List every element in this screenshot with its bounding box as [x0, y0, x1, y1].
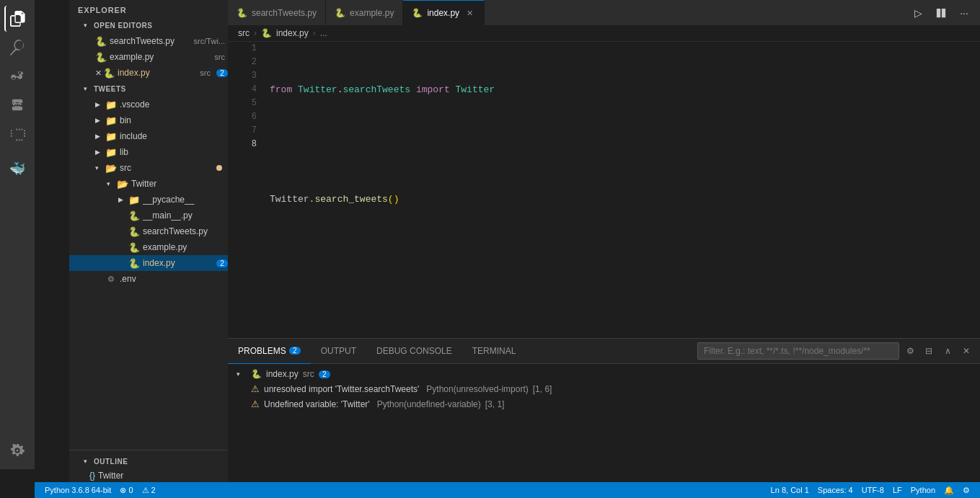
include-folder[interactable]: ▶ 📁 include — [69, 128, 228, 144]
folder-icon: 📁 — [128, 194, 140, 205]
breadcrumb-index[interactable]: index.py — [276, 28, 309, 38]
split-editor-action[interactable] — [931, 3, 951, 23]
panel-tab-debug[interactable]: DEBUG CONSOLE — [366, 339, 462, 364]
source-control-icon[interactable] — [4, 63, 30, 89]
code-line-1: from Twitter.searchTweets import Twitter — [270, 83, 980, 97]
panel-tabs: PROBLEMS 2 OUTPUT DEBUG CONSOLE TERMINAL — [228, 339, 980, 364]
open-editor-index[interactable]: ✕ 🐍 index.py src 2 — [69, 65, 228, 81]
status-encoding[interactable]: UTF-8 — [857, 482, 888, 498]
index-file-badge: 2 — [216, 259, 228, 267]
tab-bar: 🐍 searchTweets.py 🐍 example.py 🐍 index.p… — [228, 0, 980, 25]
filter-input[interactable] — [697, 342, 899, 360]
py-icon: 🐍 — [95, 51, 107, 63]
panel-tab-terminal[interactable]: TERMINAL — [462, 339, 526, 364]
problem-file-entry[interactable]: ▾ 🐍 index.py src 2 — [228, 367, 980, 381]
breadcrumb-src[interactable]: src — [238, 28, 250, 38]
status-bar: Python 3.6.8 64-bit ⊗ 0 ⚠ 2 Ln 8, Col 1 … — [35, 482, 980, 498]
env-icon: ⚙ — [105, 273, 117, 285]
env-file[interactable]: ▶ ⚙ .env — [69, 271, 228, 287]
open-editors-section: ▾ OPEN EDITORS 🐍 searchTweets.py src/Twi… — [69, 17, 228, 81]
open-editors-label: OPEN EDITORS — [94, 22, 152, 30]
status-spaces[interactable]: Spaces: 4 — [813, 482, 857, 498]
settings-bottom — [4, 437, 30, 463]
open-editors-header[interactable]: ▾ OPEN EDITORS — [69, 17, 228, 33]
status-language-text: Python — [911, 486, 935, 494]
panel-tab-output[interactable]: OUTPUT — [311, 339, 366, 364]
filter-collapse-icon[interactable]: ⊟ — [921, 343, 937, 359]
main-py-file[interactable]: ▶ 🐍 __main__.py — [69, 208, 228, 223]
status-errors[interactable]: ⊗ 0 — [115, 482, 137, 498]
vscode-folder[interactable]: ▶ 📁 .vscode — [69, 97, 228, 112]
outline-twitter-icon: {} — [89, 471, 95, 481]
vscode-arrow: ▶ — [95, 101, 105, 108]
twitter-arrow: ▾ — [107, 180, 117, 187]
status-language[interactable]: Python — [906, 482, 940, 498]
run-action[interactable]: ▷ — [908, 3, 928, 23]
breadcrumb-sep-1: › — [254, 28, 257, 38]
more-actions[interactable]: ··· — [954, 3, 974, 23]
problems-label: PROBLEMS — [238, 346, 286, 356]
problem-item-2[interactable]: ⚠ Undefined variable: 'Twitter' Python(u… — [228, 396, 980, 412]
tab-searchtweets[interactable]: 🐍 searchTweets.py — [228, 0, 326, 25]
settings-icon[interactable] — [4, 437, 30, 463]
code-line-4 — [270, 247, 980, 261]
code-content[interactable]: from Twitter.searchTweets import Twitter… — [262, 42, 980, 338]
example-file[interactable]: ▶ 🐍 example.py — [69, 239, 228, 255]
tweets-folder-header[interactable]: ▾ TWEETS — [69, 81, 228, 97]
src-folder[interactable]: ▾ 📂 src — [69, 160, 228, 176]
search-icon[interactable] — [4, 35, 30, 61]
open-editor-path: src — [200, 68, 211, 77]
panel-filter: ⚙ ⊟ ∧ ✕ — [697, 342, 980, 360]
status-bell[interactable]: 🔔 — [940, 482, 958, 498]
status-feedback-text: ⚙ — [963, 486, 970, 495]
extensions-icon[interactable] — [4, 121, 30, 147]
outline-section: ▾ OUTLINE {} Twitter — [69, 450, 228, 482]
line-num-6: 6 — [228, 110, 257, 124]
code-line-3: Twitter.search_tweets() — [270, 192, 980, 206]
outline-twitter[interactable]: {} Twitter — [69, 469, 228, 482]
docker-icon[interactable]: 🐳 — [4, 156, 30, 182]
tab-bar-actions: ▷ ··· — [908, 3, 980, 23]
tab-example[interactable]: 🐍 example.py — [326, 0, 403, 25]
open-editor-example[interactable]: 🐍 example.py src — [69, 49, 228, 65]
searchtweets-file[interactable]: ▶ 🐍 searchTweets.py — [69, 223, 228, 239]
run-debug-icon[interactable] — [4, 92, 30, 118]
status-warnings[interactable]: ⚠ 2 — [138, 482, 160, 498]
bin-folder[interactable]: ▶ 📁 bin — [69, 112, 228, 128]
problem-file-py-icon: 🐍 — [251, 369, 262, 379]
pycache-folder[interactable]: ▶ 📁 __pycache__ — [69, 192, 228, 208]
problem-pos-2: [3, 1] — [485, 399, 505, 409]
outline-label: OUTLINE — [94, 458, 128, 466]
outline-header[interactable]: ▾ OUTLINE — [69, 453, 228, 469]
problem-text-2: Undefined variable: 'Twitter' — [264, 399, 370, 409]
explorer-icon[interactable] — [4, 6, 30, 32]
panel-tab-problems[interactable]: PROBLEMS 2 — [228, 339, 311, 364]
status-right: Ln 8, Col 1 Spaces: 4 UTF-8 LF Python 🔔 … — [767, 482, 974, 498]
output-label: OUTPUT — [321, 346, 356, 356]
twitter-folder[interactable]: ▾ 📂 Twitter — [69, 176, 228, 192]
index-file[interactable]: ▶ 🐍 index.py 2 — [69, 255, 228, 271]
file-tree: ▾ TWEETS ▶ 📁 .vscode ▶ 📁 bin ▶ — [69, 81, 228, 450]
status-ln-col[interactable]: Ln 8, Col 1 — [767, 482, 813, 498]
debug-label: DEBUG CONSOLE — [376, 346, 452, 356]
close-icon[interactable]: ✕ — [95, 68, 102, 78]
status-feedback[interactable]: ⚙ — [958, 482, 974, 498]
lib-folder[interactable]: ▶ 📁 lib — [69, 144, 228, 160]
tab-index-close[interactable]: ✕ — [464, 7, 475, 19]
tab-index[interactable]: 🐍 index.py ✕ — [403, 0, 485, 25]
code-editor[interactable]: 1 2 3 4 5 6 7 8 from Twitter.searchTweet… — [228, 42, 980, 338]
status-python-version[interactable]: Python 3.6.8 64-bit — [40, 482, 115, 498]
open-editor-path: src/Twi... — [194, 37, 225, 45]
index-badge: 2 — [216, 69, 228, 77]
twitter-searchtweetsweets-ref: Twitter.searchTweets — [298, 84, 410, 95]
problem-item-1[interactable]: ⚠ unresolved import 'Twitter.searchTweet… — [228, 381, 980, 396]
filter-settings-icon[interactable]: ⚙ — [902, 343, 918, 359]
terminal-label: TERMINAL — [472, 346, 516, 356]
panel-content: ▾ 🐍 index.py src 2 ⚠ unresolved import '… — [228, 364, 980, 482]
filter-up-icon[interactable]: ∧ — [940, 343, 955, 359]
filter-close-icon[interactable]: ✕ — [958, 343, 974, 359]
folder-icon: 📂 — [117, 178, 128, 190]
py-icon: 🐍 — [128, 241, 140, 253]
status-eol[interactable]: LF — [888, 482, 906, 498]
open-editor-searchtweets[interactable]: 🐍 searchTweets.py src/Twi... — [69, 33, 228, 49]
